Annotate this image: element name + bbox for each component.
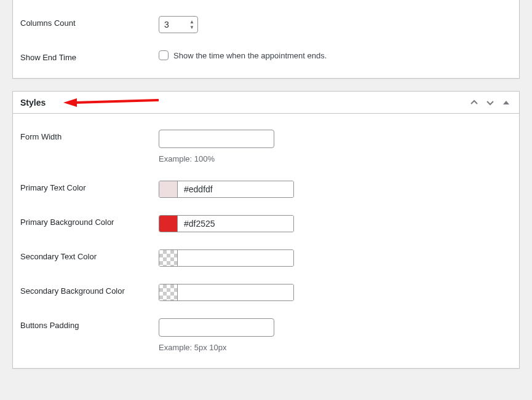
secondary-text-color-control [159,249,512,267]
chevron-up-icon [469,98,479,108]
buttons-padding-hint: Example: 5px 10px [159,343,512,352]
columns-count-wrapper: ▲ ▼ [159,16,198,33]
primary-bg-color-input[interactable] [178,216,294,232]
field-row-primary-text-color: Primary Text Color [20,172,512,206]
show-end-time-control: Show the time when the appointment ends. [159,50,512,60]
field-row-form-width: Form Width Example: 100% [20,121,512,172]
secondary-text-color-picker [159,249,294,267]
settings-panel-top-inside: Columns Count ▲ ▼ Show End Time Show the… [13,0,519,78]
primary-text-color-swatch[interactable] [159,181,178,197]
primary-text-color-label: Primary Text Color [20,181,159,192]
primary-text-color-picker [159,181,294,198]
styles-panel-inside: Form Width Example: 100% Primary Text Co… [13,114,519,368]
stepper-icon[interactable]: ▲ ▼ [188,20,196,30]
chevron-down-icon [485,98,495,108]
buttons-padding-control: Example: 5px 10px [159,318,512,352]
form-width-label: Form Width [20,130,159,141]
show-end-time-checkbox[interactable] [159,50,169,60]
styles-panel-header[interactable]: Styles [13,92,519,114]
field-row-secondary-bg-color: Secondary Background Color [20,275,512,310]
primary-bg-color-control [159,215,512,232]
move-down-button[interactable] [485,97,496,108]
secondary-text-color-input[interactable] [178,250,294,266]
caret-up-icon [502,99,510,106]
field-row-buttons-padding: Buttons Padding Example: 5px 10px [20,310,512,361]
buttons-padding-input[interactable] [159,318,274,337]
primary-text-color-control [159,181,512,198]
form-width-control: Example: 100% [159,130,512,163]
styles-panel: Styles Form Width Example: 100% [12,91,520,369]
buttons-padding-label: Buttons Padding [20,318,159,330]
secondary-text-color-swatch[interactable] [159,250,178,266]
form-width-hint: Example: 100% [159,154,512,163]
secondary-text-color-label: Secondary Text Color [20,249,159,261]
primary-text-color-input[interactable] [178,181,294,197]
secondary-bg-color-input[interactable] [178,284,294,300]
panel-handle-actions [469,97,512,108]
secondary-bg-color-picker [159,284,294,301]
chevron-up-icon: ▲ [188,20,196,25]
columns-count-label: Columns Count [20,16,159,28]
move-up-button[interactable] [469,97,480,108]
svg-marker-2 [503,101,509,104]
chevron-down-icon: ▼ [188,25,196,30]
primary-bg-color-picker [159,215,294,232]
field-row-primary-bg-color: Primary Background Color [20,206,512,241]
show-end-time-description: Show the time when the appointment ends. [173,51,327,60]
primary-bg-color-label: Primary Background Color [20,215,159,227]
secondary-bg-color-swatch[interactable] [159,284,178,300]
form-width-input[interactable] [159,130,274,148]
field-row-columns-count: Columns Count ▲ ▼ [20,7,512,42]
secondary-bg-color-control [159,284,512,301]
toggle-panel-button[interactable] [501,97,512,108]
field-row-show-end-time: Show End Time Show the time when the app… [20,42,512,71]
primary-bg-color-swatch[interactable] [159,216,178,232]
secondary-bg-color-label: Secondary Background Color [20,284,159,296]
field-row-secondary-text-color: Secondary Text Color [20,241,512,275]
settings-panel-top: Columns Count ▲ ▼ Show End Time Show the… [12,0,520,79]
styles-panel-title: Styles [20,98,469,108]
columns-count-control: ▲ ▼ [159,16,512,33]
show-end-time-checkbox-row[interactable]: Show the time when the appointment ends. [159,50,512,60]
show-end-time-label: Show End Time [20,50,159,62]
